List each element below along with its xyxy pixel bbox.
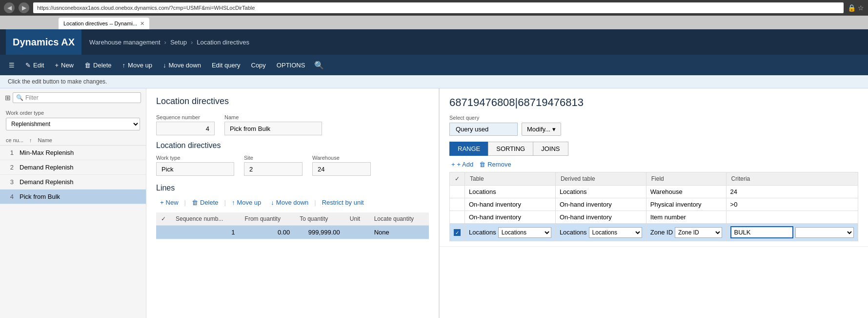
add-button[interactable]: + + Add [451, 161, 473, 168]
info-bar: Click the edit button to make changes. [0, 75, 868, 88]
seq-field-group: Sequence number 4 [156, 114, 215, 135]
site-label: Site [244, 155, 303, 161]
table-row[interactable]: On-hand inventory On-hand inventory Item… [450, 211, 858, 224]
move-up-button[interactable]: ↑ Move up [118, 57, 157, 73]
lines-move-up-button[interactable]: ↑ Move up [228, 197, 265, 208]
warehouse-value: 24 [312, 162, 371, 176]
url-bar[interactable]: https://usnconeboxax1aos.cloud.onebox.dy… [33, 2, 844, 13]
lines-new-button[interactable]: + New [156, 197, 182, 208]
tab-range[interactable]: RANGE [449, 142, 488, 156]
url-text: https://usnconeboxax1aos.cloud.onebox.dy… [37, 5, 255, 11]
info-message: Click the edit button to make changes. [8, 78, 107, 85]
right-panel: 68719476808|68719476813 Select query Que… [439, 88, 868, 318]
range-row-3-derived[interactable]: Locations Locations [555, 224, 646, 241]
sidebar-column-headers: ce nu... ↑ Name [0, 135, 146, 146]
sidebar-item-list: 1 Min-Max Replenish 2 Demand Replenish 3… [0, 146, 146, 318]
main-area: ⊞ 🔍 Filter Work order type Replenishment… [0, 88, 868, 318]
derived-dropdown[interactable]: Locations [589, 227, 642, 238]
range-row-1-check [450, 198, 465, 211]
hamburger-icon: ☰ [9, 62, 15, 69]
lines-col-locate: Locate quantity [369, 212, 429, 226]
remove-button[interactable]: 🗑 Remove [479, 161, 511, 168]
range-row-2-criteria [726, 211, 858, 224]
move-down-button[interactable]: ↓ Move down [158, 57, 206, 73]
breadcrumb-item-2[interactable]: Location directives [197, 39, 249, 46]
checkbox-checked[interactable]: ✓ [454, 229, 461, 236]
sidebar-item-4[interactable]: 4 Pick from Bulk [0, 190, 146, 204]
search-button[interactable]: 🔍 [313, 59, 325, 71]
lines-plus-icon: + [160, 199, 164, 206]
location-directives-title: Location directives [156, 96, 429, 106]
toolbar: ☰ ✎ Edit + New 🗑 Delete ↑ Move up ↓ Move… [0, 55, 868, 75]
breadcrumb-item-0[interactable]: Warehouse management [89, 39, 161, 46]
warehouse-field: Warehouse 24 [312, 155, 371, 176]
edit-button[interactable]: ✎ Edit [20, 57, 49, 73]
delete-icon: 🗑 [84, 62, 91, 69]
lines-col-from: From quantity [240, 212, 295, 226]
lines-row-to: 999,999.00 [295, 226, 345, 239]
lines-row-check [156, 226, 171, 239]
modify-chevron-icon: ▾ [552, 126, 556, 133]
lines-delete-icon: 🗑 [192, 199, 198, 206]
sidebar-item-3[interactable]: 3 Demand Replenish [0, 175, 146, 190]
seq-label: Sequence number [156, 114, 215, 120]
tab-joins[interactable]: JOINS [533, 142, 568, 156]
range-row-3-table[interactable]: Locations Locations [465, 224, 556, 241]
copy-button[interactable]: Copy [246, 57, 271, 73]
delete-button[interactable]: 🗑 Delete [80, 57, 117, 73]
lines-row-unit [345, 226, 369, 239]
lines-table: ✓ Sequence numb... From quantity To quan… [156, 212, 429, 239]
lines-section-title: Lines [156, 184, 429, 192]
work-site-warehouse-row: Work type Pick Site 2 Warehouse 24 [156, 155, 429, 176]
table-row[interactable]: On-hand inventory On-hand inventory Phys… [450, 198, 858, 211]
modify-button[interactable]: Modify... ▾ [522, 123, 561, 136]
browser-tab[interactable]: Location directives -- Dynami... ✕ [59, 18, 149, 29]
field-dropdown[interactable]: Zone ID [675, 227, 722, 238]
filter-placeholder: Filter [25, 94, 39, 101]
lines-delete-button[interactable]: 🗑 Delete [188, 197, 222, 208]
browser-tab-bar: Location directives -- Dynami... ✕ [0, 16, 868, 29]
range-col-field: Field [646, 172, 726, 186]
top-nav: Dynamics AX Warehouse management › Setup… [0, 29, 868, 55]
range-row-2-field: Item number [646, 211, 726, 224]
sidebar-work-order-section: Work order type Replenishment [0, 107, 146, 135]
criteria-input[interactable] [730, 226, 794, 238]
table-row[interactable]: ✓ Locations Locations [450, 224, 858, 241]
range-row-1-table: On-hand inventory [465, 198, 556, 211]
lines-move-down-button[interactable]: ↓ Move down [267, 197, 312, 208]
options-button[interactable]: OPTIONS [272, 57, 310, 73]
lines-row-seq: 1 [171, 226, 240, 239]
work-order-type-select[interactable]: Replenishment [6, 118, 140, 130]
move-up-icon: ↑ [122, 62, 126, 69]
move-down-icon: ↓ [163, 62, 166, 69]
tab-close-icon[interactable]: ✕ [140, 21, 144, 27]
lines-restrict-button[interactable]: Restrict by unit [318, 197, 368, 208]
new-button[interactable]: + New [50, 57, 79, 73]
sidebar-item-1[interactable]: 1 Min-Max Replenish [0, 146, 146, 160]
table-row[interactable]: 1 0.00 999,999.00 None [156, 226, 429, 239]
range-row-0-check [450, 186, 465, 198]
range-row-2-derived: On-hand inventory [555, 211, 646, 224]
range-row-3-field[interactable]: Zone ID Zone ID [646, 224, 726, 241]
seq-name-row: Sequence number 4 Name Pick from Bulk [156, 114, 429, 135]
range-table: ✓ Table Derived table Field Criteria Loc… [449, 172, 858, 241]
tab-sorting[interactable]: SORTING [488, 142, 533, 156]
range-row-3-criteria[interactable] [726, 224, 858, 241]
back-button[interactable]: ◀ [4, 2, 15, 13]
range-row-0-derived: Locations [555, 186, 646, 198]
lines-up-icon: ↑ [232, 199, 235, 206]
ld-subsection-title: Location directives [156, 141, 429, 150]
lines-down-icon: ↓ [271, 199, 274, 206]
range-row-1-field: Physical inventory [646, 198, 726, 211]
table-dropdown[interactable]: Locations [498, 227, 551, 238]
breadcrumb-item-1[interactable]: Setup [170, 39, 187, 46]
star-icon[interactable]: ☆ [858, 4, 864, 12]
sidebar-item-2[interactable]: 2 Demand Replenish [0, 160, 146, 175]
search-small-icon: 🔍 [16, 94, 23, 101]
edit-query-button[interactable]: Edit query [207, 57, 245, 73]
forward-button[interactable]: ▶ [19, 2, 29, 13]
app-logo: Dynamics AX [6, 29, 81, 55]
hamburger-button[interactable]: ☰ [4, 57, 20, 73]
table-row[interactable]: Locations Locations Warehouse 24 [450, 186, 858, 198]
criteria-dropdown[interactable] [795, 227, 854, 238]
